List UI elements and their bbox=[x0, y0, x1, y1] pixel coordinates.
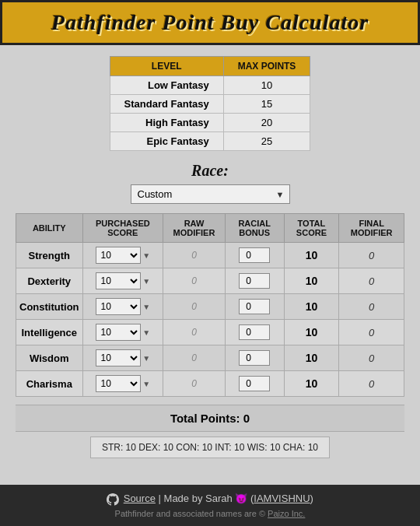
ability-col-header: TOTAL SCORE bbox=[284, 214, 339, 243]
ability-score-select[interactable]: 789101112131415161718 bbox=[96, 375, 141, 392]
total-points-value: 0 bbox=[243, 412, 250, 425]
ability-total-score: 10 bbox=[284, 371, 339, 397]
ability-table-body: Strength789101112131415161718 ▼0100Dexte… bbox=[16, 243, 404, 397]
github-icon bbox=[107, 493, 119, 506]
ability-score-select[interactable]: 789101112131415161718 bbox=[96, 349, 141, 366]
iamvishnu-link[interactable]: IAMVISHNU bbox=[254, 493, 310, 504]
ability-row: Wisdom789101112131415161718 ▼0100 bbox=[16, 345, 404, 371]
level-points: 15 bbox=[223, 95, 310, 114]
ability-score-select[interactable]: 789101112131415161718 bbox=[96, 324, 141, 341]
footer-legal-text: Pathfinder and associated names are © bbox=[115, 509, 268, 518]
footer-legal: Pathfinder and associated names are © Pa… bbox=[12, 509, 408, 518]
ability-score-cell[interactable]: 789101112131415161718 ▼ bbox=[82, 294, 163, 320]
ability-row: Intelligence789101112131415161718 ▼0100 bbox=[16, 320, 404, 345]
level-name: Low Fantasy bbox=[110, 76, 223, 95]
ability-total-score: 10 bbox=[284, 294, 339, 320]
score-arrow-icon: ▼ bbox=[141, 328, 151, 337]
ability-final-modifier: 0 bbox=[339, 371, 404, 397]
ability-final-modifier: 0 bbox=[339, 243, 404, 268]
score-arrow-icon: ▼ bbox=[141, 251, 151, 260]
footer: Source | Made by Sarah 😈 (IAMVISHNU) Pat… bbox=[0, 485, 420, 526]
ability-raw-modifier: 0 bbox=[163, 320, 226, 345]
level-points: 20 bbox=[223, 114, 310, 132]
racial-bonus-input[interactable] bbox=[239, 247, 270, 263]
ability-score-select[interactable]: 789101112131415161718 bbox=[96, 247, 141, 264]
footer-devil: 😈 bbox=[235, 493, 247, 504]
ability-final-modifier: 0 bbox=[339, 320, 404, 345]
race-select-wrapper[interactable]: CustomDwarfElfGnomeHalf-ElfHalf-OrcHalfl… bbox=[131, 184, 290, 204]
ability-racial-bonus[interactable] bbox=[225, 345, 284, 371]
ability-col-header: RAW MODIFIER bbox=[163, 214, 226, 243]
ability-table-container: ABILITYPURCHASED SCORERAW MODIFIERRACIAL… bbox=[16, 213, 404, 397]
racial-bonus-input[interactable] bbox=[239, 299, 270, 314]
level-name: Standard Fantasy bbox=[110, 95, 223, 114]
ability-racial-bonus[interactable] bbox=[225, 268, 284, 294]
stat-summary: STR: 10 DEX: 10 CON: 10 INT: 10 WIS: 10 … bbox=[16, 437, 404, 458]
level-name: High Fantasy bbox=[110, 114, 223, 132]
ability-racial-bonus[interactable] bbox=[225, 294, 284, 320]
ability-raw-modifier: 0 bbox=[163, 371, 226, 397]
score-arrow-icon: ▼ bbox=[141, 380, 151, 388]
ability-score-cell[interactable]: 789101112131415161718 ▼ bbox=[82, 371, 163, 397]
race-label: Race: bbox=[191, 162, 229, 180]
ability-score-select[interactable]: 789101112131415161718 bbox=[96, 272, 141, 289]
ability-col-header: PURCHASED SCORE bbox=[82, 214, 163, 243]
ability-raw-modifier: 0 bbox=[163, 294, 226, 320]
paizo-link[interactable]: Paizo Inc. bbox=[268, 509, 305, 518]
race-section: Race: CustomDwarfElfGnomeHalf-ElfHalf-Or… bbox=[16, 162, 404, 204]
ability-row: Strength789101112131415161718 ▼0100 bbox=[16, 243, 404, 268]
ability-total-score: 10 bbox=[284, 320, 339, 345]
total-points-bar: Total Points: 0 bbox=[16, 405, 404, 432]
level-table-row: Low Fantasy10 bbox=[110, 76, 310, 95]
racial-bonus-input[interactable] bbox=[239, 376, 270, 391]
ability-name: Dexterity bbox=[16, 268, 83, 294]
level-name: Epic Fantasy bbox=[110, 132, 223, 151]
page-header: Pathfinder Point Buy Calculator bbox=[0, 0, 420, 45]
ability-racial-bonus[interactable] bbox=[225, 320, 284, 345]
ability-total-score: 10 bbox=[284, 345, 339, 371]
ability-racial-bonus[interactable] bbox=[225, 371, 284, 397]
ability-final-modifier: 0 bbox=[339, 268, 404, 294]
level-table-row: Standard Fantasy15 bbox=[110, 95, 310, 114]
source-link[interactable]: Source bbox=[124, 493, 156, 504]
level-table-row: Epic Fantasy25 bbox=[110, 132, 310, 151]
level-col-header: LEVEL bbox=[110, 57, 223, 76]
ability-score-select[interactable]: 789101112131415161718 bbox=[96, 298, 141, 315]
ability-col-header: ABILITY bbox=[16, 214, 83, 243]
ability-raw-modifier: 0 bbox=[163, 243, 226, 268]
maxpoints-col-header: MAX POINTS bbox=[223, 57, 310, 76]
ability-score-cell[interactable]: 789101112131415161718 ▼ bbox=[82, 345, 163, 371]
ability-row: Charisma789101112131415161718 ▼0100 bbox=[16, 371, 404, 397]
level-table-container: LEVEL MAX POINTS Low Fantasy10Standard F… bbox=[16, 56, 404, 151]
level-points: 25 bbox=[223, 132, 310, 151]
total-points-label: Total Points: bbox=[170, 412, 240, 425]
footer-paren-close: ) bbox=[310, 493, 313, 504]
level-points: 10 bbox=[223, 76, 310, 95]
footer-separator: | bbox=[159, 493, 164, 504]
ability-table: ABILITYPURCHASED SCORERAW MODIFIERRACIAL… bbox=[16, 213, 404, 397]
ability-name: Strength bbox=[16, 243, 83, 268]
ability-raw-modifier: 0 bbox=[163, 268, 226, 294]
ability-score-cell[interactable]: 789101112131415161718 ▼ bbox=[82, 320, 163, 345]
ability-col-header: FINAL MODIFIER bbox=[339, 214, 404, 243]
ability-total-score: 10 bbox=[284, 243, 339, 268]
ability-name: Constitution bbox=[16, 294, 83, 320]
main-content: LEVEL MAX POINTS Low Fantasy10Standard F… bbox=[0, 45, 420, 485]
ability-score-cell[interactable]: 789101112131415161718 ▼ bbox=[82, 243, 163, 268]
footer-main: Source | Made by Sarah 😈 (IAMVISHNU) bbox=[12, 493, 408, 506]
ability-col-header: RACIAL BONUS bbox=[225, 214, 284, 243]
ability-final-modifier: 0 bbox=[339, 345, 404, 371]
racial-bonus-input[interactable] bbox=[239, 324, 270, 340]
ability-total-score: 10 bbox=[284, 268, 339, 294]
ability-name: Intelligence bbox=[16, 320, 83, 345]
racial-bonus-input[interactable] bbox=[239, 273, 270, 289]
ability-row: Dexterity789101112131415161718 ▼0100 bbox=[16, 268, 404, 294]
racial-bonus-input[interactable] bbox=[239, 350, 270, 366]
race-select[interactable]: CustomDwarfElfGnomeHalf-ElfHalf-OrcHalfl… bbox=[131, 184, 290, 204]
level-table-body: Low Fantasy10Standard Fantasy15High Fant… bbox=[110, 76, 310, 151]
ability-score-cell[interactable]: 789101112131415161718 ▼ bbox=[82, 268, 163, 294]
level-table: LEVEL MAX POINTS Low Fantasy10Standard F… bbox=[110, 56, 311, 151]
level-table-row: High Fantasy20 bbox=[110, 114, 310, 132]
footer-made-by: Made by Sarah bbox=[164, 493, 233, 504]
ability-racial-bonus[interactable] bbox=[225, 243, 284, 268]
